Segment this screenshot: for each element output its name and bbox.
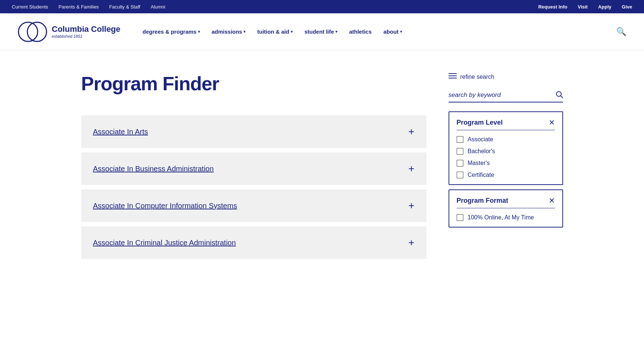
chevron-down-icon: ▾ bbox=[335, 30, 337, 34]
program-list: Associate In Arts + Associate In Busines… bbox=[81, 115, 426, 259]
keyword-search-button[interactable] bbox=[556, 91, 563, 100]
masters-checkbox[interactable] bbox=[457, 160, 463, 166]
program-format-card-header: Program Format ✕ bbox=[449, 190, 562, 208]
page-title-section: Program Finder bbox=[81, 50, 426, 110]
svg-point-0 bbox=[18, 22, 38, 41]
expand-icon[interactable]: + bbox=[408, 163, 414, 175]
keyword-search-input[interactable] bbox=[449, 88, 563, 102]
filter-lines-icon bbox=[449, 73, 457, 81]
filter-option-masters[interactable]: Master's bbox=[457, 160, 555, 166]
filter-option-online[interactable]: 100% Online, At My Time bbox=[457, 214, 555, 221]
filter-option-associate[interactable]: Associate bbox=[457, 136, 555, 143]
program-link[interactable]: Associate In Business Administration bbox=[93, 165, 214, 173]
program-item[interactable]: Associate In Arts + bbox=[81, 115, 426, 148]
apply-link[interactable]: Apply bbox=[598, 4, 611, 10]
logo-area[interactable]: Columbia College established 1851 bbox=[18, 17, 120, 47]
program-level-options: Associate Bachelor's Master's Certificat… bbox=[449, 135, 562, 184]
certificate-checkbox[interactable] bbox=[457, 172, 463, 178]
certificate-label: Certificate bbox=[468, 172, 494, 178]
filter-option-certificate[interactable]: Certificate bbox=[457, 172, 555, 178]
filter-divider bbox=[457, 208, 555, 208]
nav-admissions[interactable]: admissions ▾ bbox=[212, 28, 246, 35]
nav-student-life[interactable]: student life ▾ bbox=[304, 28, 337, 35]
nav-athletics[interactable]: athletics bbox=[349, 28, 372, 35]
page-content: Program Finder Associate In Arts + Assoc… bbox=[64, 50, 581, 259]
top-bar: Current Students Parents & Families Facu… bbox=[0, 0, 644, 13]
logo-college-name: Columbia College bbox=[52, 25, 120, 34]
expand-icon[interactable]: + bbox=[408, 126, 414, 138]
online-label: 100% Online, At My Time bbox=[468, 214, 534, 221]
program-format-options: 100% Online, At My Time bbox=[449, 213, 562, 227]
program-format-title: Program Format bbox=[457, 197, 508, 205]
program-format-close-button[interactable]: ✕ bbox=[549, 196, 555, 205]
alumni-link[interactable]: Alumni bbox=[151, 4, 166, 10]
page-title: Program Finder bbox=[81, 73, 426, 95]
program-level-close-button[interactable]: ✕ bbox=[549, 118, 555, 127]
associate-checkbox[interactable] bbox=[457, 136, 463, 143]
svg-line-6 bbox=[560, 96, 563, 98]
program-format-card: Program Format ✕ 100% Online, At My Time bbox=[449, 189, 563, 228]
online-checkbox[interactable] bbox=[457, 214, 463, 221]
expand-icon[interactable]: + bbox=[408, 200, 414, 212]
nav-about[interactable]: about ▾ bbox=[384, 28, 402, 35]
request-info-link[interactable]: Request Info bbox=[538, 4, 568, 10]
program-link[interactable]: Associate In Computer Information System… bbox=[93, 202, 237, 210]
main-nav: Columbia College established 1851 degree… bbox=[0, 13, 644, 50]
logo-text: Columbia College established 1851 bbox=[52, 25, 120, 38]
chevron-down-icon: ▾ bbox=[400, 30, 402, 34]
program-item[interactable]: Associate In Criminal Justice Administra… bbox=[81, 226, 426, 259]
visit-link[interactable]: Visit bbox=[577, 4, 587, 10]
associate-label: Associate bbox=[468, 136, 493, 143]
program-link[interactable]: Associate In Arts bbox=[93, 128, 148, 136]
nav-tuition-aid[interactable]: tuition & aid ▾ bbox=[257, 28, 293, 35]
current-students-link[interactable]: Current Students bbox=[12, 4, 48, 10]
masters-label: Master's bbox=[468, 160, 490, 166]
program-item[interactable]: Associate In Business Administration + bbox=[81, 152, 426, 185]
program-level-card-header: Program Level ✕ bbox=[449, 112, 562, 130]
nav-degrees-programs[interactable]: degrees & programs ▾ bbox=[143, 28, 200, 35]
program-level-title: Program Level bbox=[457, 119, 503, 127]
logo-icon bbox=[18, 17, 47, 47]
program-link[interactable]: Associate In Criminal Justice Administra… bbox=[93, 239, 236, 247]
nav-links: degrees & programs ▾ admissions ▾ tuitio… bbox=[143, 27, 626, 37]
expand-icon[interactable]: + bbox=[408, 237, 414, 249]
chevron-down-icon: ▾ bbox=[291, 30, 293, 34]
top-bar-right: Request Info Visit Apply Give bbox=[538, 4, 632, 10]
svg-point-1 bbox=[27, 22, 47, 41]
bachelors-label: Bachelor's bbox=[468, 148, 495, 155]
chevron-down-icon: ▾ bbox=[198, 30, 200, 34]
sidebar: refine search Program Level ✕ Ass bbox=[449, 50, 563, 259]
bachelors-checkbox[interactable] bbox=[457, 148, 463, 155]
filter-option-bachelors[interactable]: Bachelor's bbox=[457, 148, 555, 155]
program-level-card: Program Level ✕ Associate Bachelor's Mas… bbox=[449, 111, 563, 185]
parents-families-link[interactable]: Parents & Families bbox=[58, 4, 99, 10]
search-icon[interactable]: 🔍 bbox=[616, 27, 626, 37]
program-item[interactable]: Associate In Computer Information System… bbox=[81, 189, 426, 222]
main-area: Program Finder Associate In Arts + Assoc… bbox=[81, 50, 449, 259]
filter-divider bbox=[457, 130, 555, 130]
keyword-search-container bbox=[449, 88, 563, 102]
refine-search-header: refine search bbox=[449, 73, 563, 81]
give-link[interactable]: Give bbox=[622, 4, 632, 10]
logo-established: established 1851 bbox=[52, 34, 120, 38]
top-bar-left: Current Students Parents & Families Facu… bbox=[12, 4, 165, 10]
chevron-down-icon: ▾ bbox=[243, 30, 245, 34]
faculty-staff-link[interactable]: Faculty & Staff bbox=[109, 4, 140, 10]
refine-label: refine search bbox=[460, 74, 495, 80]
